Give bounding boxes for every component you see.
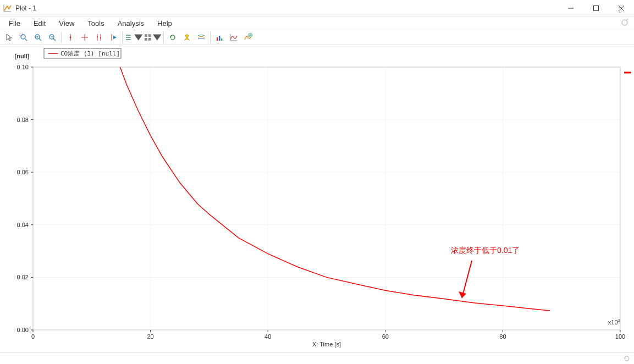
menu-help[interactable]: Help xyxy=(151,18,179,29)
y-axis-ticks xyxy=(31,67,33,330)
svg-rect-3 xyxy=(594,5,599,10)
x-tick-4: 80 xyxy=(499,333,506,340)
menu-view[interactable]: View xyxy=(52,18,81,29)
tool-bar-chart[interactable] xyxy=(212,31,227,44)
x-exponent: x103 xyxy=(608,318,621,326)
legend-label: CO浓度 (3) [null] xyxy=(60,50,120,57)
svg-line-12 xyxy=(39,38,41,41)
menu-tools[interactable]: Tools xyxy=(81,18,111,29)
menu-file[interactable]: File xyxy=(2,18,27,29)
window-title: Plot - 1 xyxy=(15,4,36,12)
tool-pin[interactable] xyxy=(180,31,194,44)
app-icon xyxy=(3,4,12,13)
svg-rect-29 xyxy=(126,37,131,38)
series-line-co xyxy=(103,45,550,311)
y-axis-unit: [null] xyxy=(15,53,30,59)
svg-line-70 xyxy=(462,261,472,298)
tool-marker-multi[interactable] xyxy=(92,31,106,44)
x-axis-ticks xyxy=(33,330,620,332)
svg-rect-33 xyxy=(148,34,151,37)
x-tick-3: 60 xyxy=(382,333,389,340)
statusbar xyxy=(0,352,634,364)
svg-rect-35 xyxy=(148,38,151,41)
tool-zoom-in[interactable] xyxy=(31,31,45,44)
svg-rect-39 xyxy=(217,37,218,41)
svg-rect-40 xyxy=(219,36,220,41)
window-close-button[interactable] xyxy=(609,0,634,16)
svg-rect-34 xyxy=(145,38,147,41)
svg-marker-27 xyxy=(113,36,117,39)
x-tick-0: 0 xyxy=(31,333,35,340)
plot-area[interactable]: 0.00 0.02 0.04 0.06 0.08 0.10 [null] 0 2… xyxy=(0,45,634,352)
plot-frame xyxy=(33,67,620,330)
x-axis-label: X: Time [s] xyxy=(312,341,341,348)
y-tick-1: 0.02 xyxy=(17,274,29,280)
svg-point-25 xyxy=(100,37,101,38)
window-titlebar: Plot - 1 xyxy=(0,0,634,16)
svg-line-7 xyxy=(626,19,628,20)
y-tick-2: 0.04 xyxy=(17,222,29,228)
svg-point-6 xyxy=(622,20,627,25)
svg-marker-71 xyxy=(459,291,466,298)
help-hint-icon[interactable] xyxy=(621,19,632,28)
tool-add-chart[interactable] xyxy=(241,31,255,44)
y-tick-3: 0.06 xyxy=(17,169,29,175)
tool-grid-options[interactable] xyxy=(143,31,162,44)
x-tick-1: 20 xyxy=(147,333,153,340)
tool-list-options[interactable] xyxy=(124,31,143,44)
menubar: File Edit View Tools Analysis Help xyxy=(0,16,634,30)
legend[interactable]: CO浓度 (3) [null] xyxy=(44,48,121,58)
status-refresh-icon[interactable] xyxy=(623,355,631,362)
annotation-arrow xyxy=(459,261,472,298)
y-tick-4: 0.08 xyxy=(17,117,29,123)
x-tick-2: 40 xyxy=(264,333,271,340)
svg-point-19 xyxy=(70,37,71,38)
tool-zoom-area[interactable] xyxy=(16,31,31,44)
tool-marker-single[interactable] xyxy=(63,31,78,44)
tool-marker-play[interactable] xyxy=(106,31,120,44)
svg-marker-36 xyxy=(153,34,162,40)
svg-rect-41 xyxy=(221,38,223,41)
svg-point-8 xyxy=(21,35,25,39)
tool-zoom-out[interactable] xyxy=(45,31,59,44)
tool-curve-chart[interactable] xyxy=(227,31,241,44)
y-tick-0: 0.00 xyxy=(17,327,29,333)
annotation-text: 浓度终于低于0.01了 xyxy=(451,246,520,255)
svg-line-9 xyxy=(25,38,27,41)
x-tick-5: 100 xyxy=(615,333,625,340)
svg-marker-38 xyxy=(184,34,190,40)
svg-rect-30 xyxy=(126,39,131,40)
svg-point-24 xyxy=(97,36,98,37)
y-tick-5: 0.10 xyxy=(17,64,29,70)
svg-marker-31 xyxy=(134,34,143,40)
svg-line-16 xyxy=(53,38,56,41)
svg-rect-28 xyxy=(126,35,131,36)
menu-analysis[interactable]: Analysis xyxy=(111,18,151,29)
tool-cursor[interactable] xyxy=(2,31,16,44)
window-maximize-button[interactable] xyxy=(583,0,609,16)
toolbar xyxy=(0,30,634,45)
tool-refresh[interactable] xyxy=(166,31,180,44)
tool-marker-cross[interactable] xyxy=(78,31,92,44)
window-minimize-button[interactable] xyxy=(558,0,583,16)
svg-rect-32 xyxy=(145,34,147,37)
gridlines xyxy=(33,67,620,330)
menu-edit[interactable]: Edit xyxy=(27,18,52,29)
tool-layers[interactable] xyxy=(194,31,208,44)
